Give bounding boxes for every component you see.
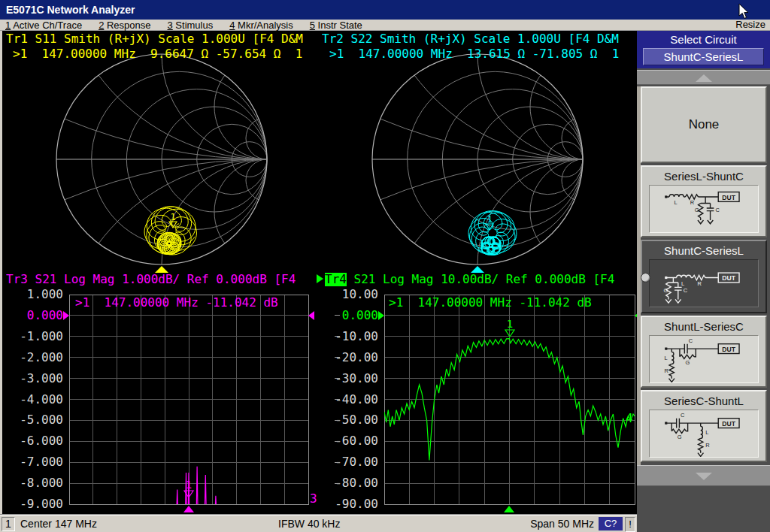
tr3-header[interactable]: Tr3 S21 Log Mag 1.000dB/ Ref 0.000dB [F4 <box>6 273 317 286</box>
menu-item-response[interactable]: 2 Response <box>99 20 150 31</box>
svg-text:0.000: 0.000 <box>27 308 63 322</box>
circuit-button-shuntc-seriesl[interactable]: ShuntC-SeriesLLRGCDUT <box>641 240 767 313</box>
circuit-icon-panel: LRGCDUT <box>649 185 759 233</box>
circuit-diagram-icon: CGLRDUT <box>650 410 758 457</box>
window-title: E5071C Network Analyzer <box>6 4 135 16</box>
svg-text:-10.00: -10.00 <box>335 329 378 343</box>
svg-text:C: C <box>689 337 693 344</box>
softkey-sidebar: Select Circuit ShuntC-SeriesL NoneSeries… <box>637 31 770 532</box>
status-bar: 1 Center 147 MHz IFBW 40 kHz Span 50 MHz… <box>0 514 637 532</box>
circuit-diagram-icon: LRGCDUT <box>650 260 758 307</box>
span-label: Span 50 MHz <box>496 518 594 530</box>
svg-text:-70.00: -70.00 <box>335 455 378 469</box>
svg-text:-20.00: -20.00 <box>335 350 378 364</box>
menu-item-active-ch-trace[interactable]: 1 Active Ch/Trace <box>5 20 82 31</box>
svg-text:C: C <box>716 207 720 213</box>
svg-text:-4.000: -4.000 <box>20 392 63 407</box>
svg-text:L: L <box>665 355 668 361</box>
svg-text:-2.000: -2.000 <box>20 350 63 364</box>
circuit-button-seriesc-shuntl[interactable]: SeriesC-ShuntLCGLRDUT <box>641 390 767 462</box>
svg-text:4: 4 <box>626 411 633 425</box>
ifbw-label: IFBW 40 kHz <box>278 518 340 530</box>
sidebar-header: Select Circuit ShuntC-SeriesL <box>637 31 770 68</box>
svg-text:1: 1 <box>170 212 175 222</box>
svg-text:-3.000: -3.000 <box>20 371 63 385</box>
title-bar: E5071C Network Analyzer <box>0 0 770 20</box>
circuit-diagram-icon: LRGCDUT <box>650 186 758 232</box>
svg-text:-80.00: -80.00 <box>335 476 378 490</box>
menu-item-instr-state[interactable]: 5 Instr State <box>310 20 362 31</box>
svg-text:R: R <box>665 367 669 374</box>
svg-text:L: L <box>705 429 708 436</box>
selected-radio-indicator <box>641 273 650 283</box>
svg-text:-6.000: -6.000 <box>20 434 63 448</box>
circuit-icon-panel: LRCGDUT <box>649 335 759 383</box>
svg-text:-7.000: -7.000 <box>20 455 63 469</box>
svg-text:0.000: 0.000 <box>342 308 378 322</box>
svg-text:DUT: DUT <box>722 420 735 428</box>
arrow-up-icon <box>696 74 712 82</box>
svg-text:R: R <box>690 199 695 206</box>
sidebar-title: Select Circuit <box>637 33 770 46</box>
svg-text:1: 1 <box>507 318 513 330</box>
selected-circuit-value: ShuntC-SeriesL <box>643 48 764 65</box>
circuit-button-label: ShuntL-SeriesC <box>642 317 765 333</box>
channel-number-box: 1 <box>2 517 15 531</box>
circuit-icon-panel: CGLRDUT <box>649 410 759 458</box>
e5071c-screen: E5071C Network Analyzer 1 Active Ch/Trac… <box>0 0 770 532</box>
svg-text:R: R <box>705 442 710 449</box>
mouse-cursor-icon <box>738 4 750 20</box>
svg-text:G: G <box>678 434 682 440</box>
calibration-badge: C? <box>599 517 623 530</box>
svg-text:C: C <box>681 412 685 419</box>
circuit-button-none[interactable]: None <box>641 86 767 163</box>
center-frequency-label: Center 147 MHz <box>20 518 97 530</box>
tr2-marker-readout: >1 147.00000 MHz 13.615 Ω -71.805 Ω 1 <box>329 47 637 61</box>
svg-text:-90.00: -90.00 <box>335 497 378 511</box>
tr1-header[interactable]: Tr1 S11 Smith (R+jX) Scale 1.000U [F4 D&… <box>6 32 317 46</box>
tr4-header-text: S21 Log Mag 10.00dB/ Ref 0.000dB [F4 <box>347 273 614 286</box>
circuit-button-label: ShuntC-SeriesL <box>642 241 765 257</box>
svg-text:-40.00: -40.00 <box>335 392 378 407</box>
arrow-down-icon <box>696 473 712 480</box>
tr4-active-chip: Tr4 <box>325 273 347 286</box>
circuit-button-label: SeriesC-ShuntL <box>642 391 765 407</box>
svg-text:-1.000: -1.000 <box>20 329 63 343</box>
plot-client-area: 111.0000.000-1.000-2.000-3.000-4.000-5.0… <box>2 31 637 514</box>
svg-text:-8.000: -8.000 <box>20 476 63 490</box>
tr1-marker-readout: >1 147.00000 MHz 9.6647 Ω -57.654 Ω 1 <box>13 47 317 61</box>
svg-text:-50.00: -50.00 <box>335 413 378 427</box>
circuit-icon-panel: LRGCDUT <box>649 259 759 307</box>
alert-badge: ! <box>625 517 635 532</box>
circuit-button-seriesl-shuntc[interactable]: SeriesL-ShuntCLRGCDUT <box>641 165 767 237</box>
svg-text:R: R <box>697 280 702 287</box>
resize-button[interactable]: Resize <box>735 20 765 30</box>
active-trace-arrow-icon <box>317 274 323 283</box>
svg-text:DUT: DUT <box>722 194 735 201</box>
circuit-button-shuntl-seriesc[interactable]: ShuntL-SeriesCLRCGDUT <box>641 316 767 388</box>
menu-item-stimulus[interactable]: 3 Stimulus <box>168 20 214 31</box>
svg-text:-30.00: -30.00 <box>335 371 378 385</box>
svg-text:10.00: 10.00 <box>342 287 378 301</box>
circuit-diagram-icon: LRCGDUT <box>650 336 758 382</box>
tr4-header[interactable]: Tr4 S21 Log Mag 10.00dB/ Ref 0.000dB [F4 <box>317 273 637 286</box>
svg-text:C: C <box>684 287 688 294</box>
svg-text:DUT: DUT <box>722 274 735 282</box>
tr4-marker-readout: >1 147.00000 MHz -11.042 dB <box>389 296 592 310</box>
menu-item-mkr-analysis[interactable]: 4 Mkr/Analysis <box>229 20 293 31</box>
tr3-marker-readout: >1 147.00000 MHz -11.042 dB <box>75 296 278 310</box>
svg-text:G: G <box>664 287 668 294</box>
svg-text:1: 1 <box>186 479 192 491</box>
scroll-up-button[interactable] <box>637 70 770 85</box>
svg-text:G: G <box>685 359 690 366</box>
svg-text:-9.000: -9.000 <box>20 497 63 511</box>
svg-text:-60.00: -60.00 <box>335 434 378 448</box>
svg-text:L: L <box>674 199 677 206</box>
circuit-button-label: SeriesL-ShuntC <box>642 167 765 183</box>
tr2-header[interactable]: Tr2 S22 Smith (R+jX) Scale 1.000U [F4 D&… <box>322 32 637 46</box>
menu-items: 1 Active Ch/Trace2 Response3 Stimulus4 M… <box>5 20 362 30</box>
svg-text:3: 3 <box>310 491 317 506</box>
scroll-down-button[interactable] <box>637 465 770 486</box>
menu-bar: 1 Active Ch/Trace2 Response3 Stimulus4 M… <box>0 20 770 31</box>
svg-text:1.000: 1.000 <box>27 287 63 301</box>
